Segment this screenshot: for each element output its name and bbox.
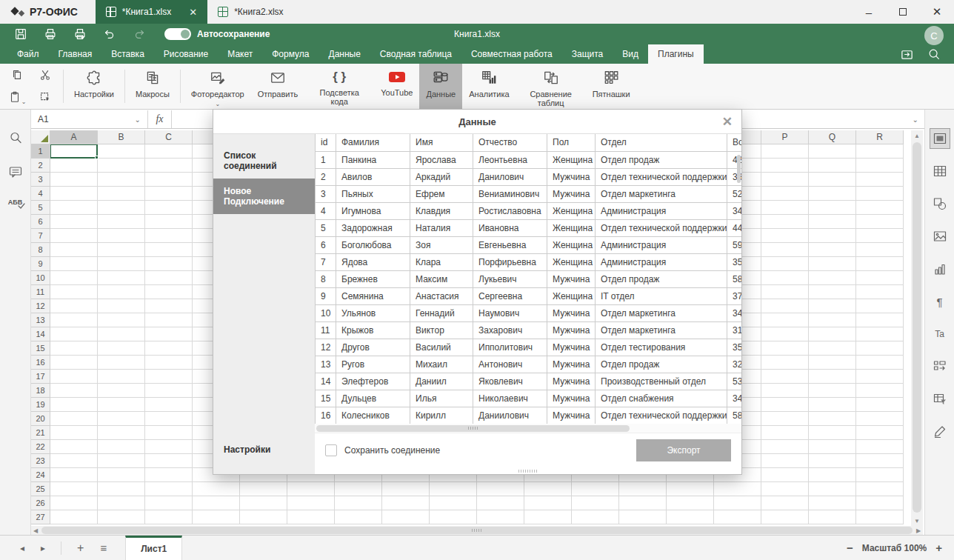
plugin-compare-tables[interactable]: Сравнение таблиц (516, 64, 586, 109)
undo-button[interactable] (95, 24, 124, 44)
row-header-27[interactable]: 27 (31, 510, 50, 524)
pivot-table-settings-icon[interactable] (930, 390, 950, 409)
dialog-horizontal-scrollbar[interactable] (315, 424, 741, 433)
row-header-17[interactable]: 17 (31, 370, 50, 384)
dialog-resize-grip[interactable] (315, 467, 741, 474)
menu-tab-3[interactable]: Рисование (154, 44, 218, 64)
horizontal-scrollbar[interactable]: ◀ ▶ (31, 526, 923, 535)
row-header-6[interactable]: 6 (31, 215, 50, 229)
menu-tab-1[interactable]: Главная (49, 44, 102, 64)
row-header-13[interactable]: 13 (31, 313, 50, 327)
scroll-down-arrow[interactable]: ▼ (911, 516, 923, 526)
slicer-settings-icon[interactable] (930, 357, 950, 376)
vertical-scrollbar[interactable]: ▲ ▼ (911, 130, 923, 526)
dialog-title-bar[interactable]: Данные ✕ (213, 110, 741, 134)
row-header-4[interactable]: 4 (31, 187, 50, 201)
row-header-10[interactable]: 10 (31, 271, 50, 285)
autosave-toggle[interactable] (164, 28, 191, 40)
prev-sheet-arrow[interactable]: ◂ (12, 543, 33, 553)
column-header-B[interactable]: B (98, 130, 145, 144)
row-header-21[interactable]: 21 (31, 426, 50, 440)
user-avatar[interactable]: C (924, 26, 944, 45)
cell-settings-icon[interactable] (930, 129, 950, 148)
save-connection-checkbox[interactable] (325, 444, 337, 456)
sidebar-item-settings[interactable]: Настройки (213, 437, 315, 462)
sheet-list-icon[interactable]: ≡ (92, 541, 115, 554)
add-sheet-button[interactable]: + (69, 541, 92, 555)
plugin-data[interactable]: Данные (419, 64, 462, 109)
close-button[interactable]: ✕ (920, 0, 954, 24)
doc-tab-kniga2[interactable]: *Книга2.xlsx (207, 0, 293, 24)
menu-tab-7[interactable]: Сводная таблица (370, 44, 461, 64)
row-header-20[interactable]: 20 (31, 412, 50, 426)
save-button[interactable] (6, 24, 36, 44)
plugin-send[interactable]: Отправить (251, 64, 305, 109)
formula-bar-collapse-icon[interactable]: ⌄ (907, 116, 924, 124)
row-header-24[interactable]: 24 (31, 468, 50, 482)
row-header-12[interactable]: 12 (31, 299, 50, 313)
search-icon[interactable] (927, 47, 941, 61)
shape-settings-icon[interactable] (930, 194, 950, 213)
column-header-A[interactable]: A (50, 130, 98, 144)
row-header-3[interactable]: 3 (31, 173, 50, 187)
menu-tab-0[interactable]: Файл (7, 44, 49, 64)
row-header-5[interactable]: 5 (31, 201, 50, 215)
search-icon[interactable] (8, 130, 23, 145)
select-range-icon[interactable] (39, 90, 52, 106)
open-file-icon[interactable] (900, 47, 914, 61)
redo-button[interactable] (124, 24, 154, 44)
scroll-right-arrow[interactable]: ▶ (914, 527, 923, 534)
export-button[interactable]: Экспорт (636, 439, 731, 461)
tab-close-icon[interactable]: ✕ (189, 7, 197, 18)
fill-handle[interactable] (95, 156, 99, 159)
row-header-18[interactable]: 18 (31, 384, 50, 398)
plugin-analytics[interactable]: Аналитика (462, 64, 516, 109)
row-header-25[interactable]: 25 (31, 482, 50, 496)
dialog-vertical-scroll-thumb[interactable] (737, 155, 741, 183)
table-settings-icon[interactable] (930, 161, 950, 181)
vertical-scroll-thumb[interactable] (913, 142, 921, 513)
column-header-C[interactable]: C (145, 130, 193, 144)
row-header-2[interactable]: 2 (31, 159, 50, 173)
column-header-R[interactable]: R (856, 130, 904, 144)
paragraph-settings-icon[interactable]: ¶ (930, 292, 950, 311)
doc-tab-kniga1[interactable]: *Книга1.xlsx ✕ (96, 0, 207, 24)
spellcheck-icon[interactable]: АБВ (8, 199, 22, 206)
zoom-in-button[interactable]: + (935, 541, 942, 554)
cell-name-box[interactable]: A1 ⌄ (31, 110, 148, 128)
column-header-P[interactable]: P (761, 130, 809, 144)
minimize-button[interactable]: – (852, 0, 886, 24)
print-button[interactable] (36, 24, 65, 44)
menu-tab-11[interactable]: Плагины (648, 44, 704, 64)
menu-tab-5[interactable]: Формула (262, 44, 318, 64)
plugin-macros[interactable]: Макросы (129, 64, 176, 109)
zoom-out-button[interactable]: − (847, 541, 853, 554)
row-header-22[interactable]: 22 (31, 440, 50, 454)
dialog-horizontal-scroll-thumb[interactable] (316, 425, 630, 432)
plugin-settings[interactable]: Настройки (67, 64, 121, 109)
row-header-23[interactable]: 23 (31, 454, 50, 468)
scroll-up-arrow[interactable]: ▲ (911, 130, 923, 141)
dialog-close-icon[interactable]: ✕ (722, 110, 733, 133)
sheet-tab-list1[interactable]: Лист1 (125, 536, 182, 560)
paste-icon[interactable]: ⌄ (8, 90, 27, 106)
menu-tab-10[interactable]: Вид (613, 44, 648, 64)
copy-icon[interactable] (10, 68, 24, 84)
menu-tab-8[interactable]: Совместная работа (461, 44, 562, 64)
row-header-16[interactable]: 16 (31, 356, 50, 370)
signature-settings-icon[interactable] (930, 422, 950, 441)
plugin-code-highlight[interactable]: { } Подсветка кода (304, 64, 374, 109)
plugin-fifteen-puzzle[interactable]: Пятнашки (586, 64, 637, 109)
quick-print-button[interactable] (65, 24, 95, 44)
row-header-26[interactable]: 26 (31, 496, 50, 510)
row-header-9[interactable]: 9 (31, 257, 50, 271)
select-all-cell[interactable] (31, 130, 50, 144)
sidebar-item-connections-list[interactable]: Список соединений (213, 143, 315, 179)
text-art-settings-icon[interactable]: Ta (930, 324, 950, 344)
column-header-Q[interactable]: Q (809, 130, 856, 144)
horizontal-scroll-thumb[interactable] (41, 527, 913, 534)
row-header-11[interactable]: 11 (31, 285, 50, 299)
menu-tab-4[interactable]: Макет (218, 44, 262, 64)
sidebar-item-new-connection[interactable]: Новое Подключение (213, 179, 315, 214)
next-sheet-arrow[interactable]: ▸ (33, 543, 53, 553)
